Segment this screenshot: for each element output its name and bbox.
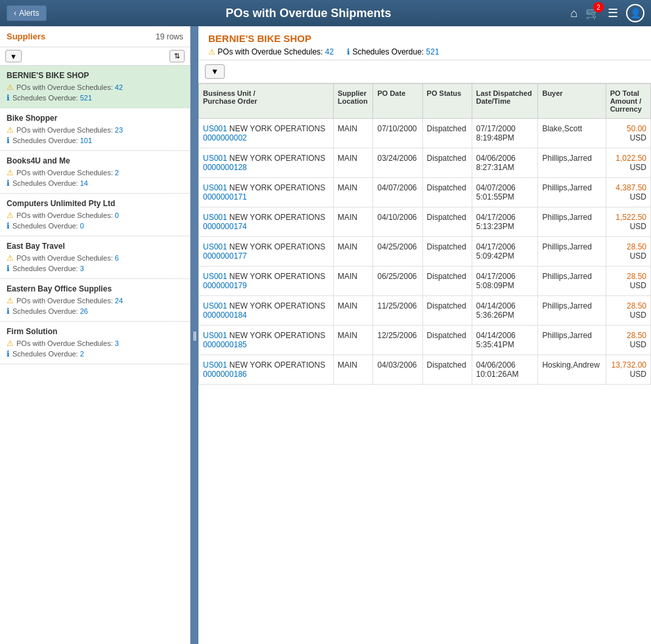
supplier-item[interactable]: BERNIE'S BIKE SHOP ⚠ POs with Overdue Sc…: [0, 66, 190, 108]
supplier-schedules-stat: ℹ Schedules Overdue: 2: [7, 349, 183, 358]
sidebar-row-count: 19 rows: [156, 32, 183, 41]
supplier-item[interactable]: Bike Shopper ⚠ POs with Overdue Schedule…: [0, 108, 190, 151]
info-icon: ℹ: [7, 93, 10, 102]
po-number-link[interactable]: 0000000185: [203, 340, 247, 349]
po-number-link[interactable]: 0000000186: [203, 370, 247, 379]
cell-dispatched: 04/17/20065:09:42PM: [472, 237, 538, 267]
table-filter-button[interactable]: ▼: [205, 64, 225, 79]
table-row: US001 NEW YORK OPERATIONS 0000000179 MAI…: [199, 267, 651, 296]
cell-status: Dispatched: [422, 148, 472, 178]
table-row: US001 NEW YORK OPERATIONS 0000000185 MAI…: [199, 326, 651, 355]
supplier-item[interactable]: Computers Unlimited Pty Ltd ⚠ POs with O…: [0, 194, 190, 236]
po-number-link[interactable]: 0000000174: [203, 222, 247, 231]
col-header-amount: PO TotalAmount /Currency: [606, 84, 650, 119]
cell-po-date: 03/24/2006: [373, 148, 422, 178]
cell-status: Dispatched: [422, 207, 472, 237]
cell-dispatched: 04/14/20065:35:41PM: [472, 326, 538, 355]
sidebar-filter-button[interactable]: ▼: [5, 50, 22, 62]
info-icon: ℹ: [7, 349, 10, 358]
po-number-link[interactable]: 0000000177: [203, 251, 247, 261]
bu-link[interactable]: US001: [203, 213, 227, 222]
cell-bu: US001 NEW YORK OPERATIONS 0000000128: [199, 148, 334, 178]
cell-po-date: 04/03/2006: [373, 355, 422, 385]
info-icon: ℹ: [7, 136, 10, 145]
content-header: BERNIE'S BIKE SHOP ⚠ POs with Overdue Sc…: [198, 26, 651, 60]
currency-value: USD: [630, 370, 646, 379]
cell-amount: 4,387.50 USD: [606, 178, 650, 207]
table-row: US001 NEW YORK OPERATIONS 0000000174 MAI…: [199, 207, 651, 237]
cell-amount: 13,732.00 USD: [606, 355, 650, 385]
sidebar-sort-button[interactable]: ⇅: [169, 50, 185, 62]
supplier-item[interactable]: Firm Solution ⚠ POs with Overdue Schedul…: [0, 322, 190, 364]
bu-link[interactable]: US001: [203, 360, 227, 370]
supplier-pos-stat: ⚠ POs with Overdue Schedules: 2: [7, 168, 183, 177]
cell-amount: 28.50 USD: [606, 296, 650, 326]
currency-value: USD: [630, 281, 646, 290]
profile-icon[interactable]: 👤: [626, 4, 644, 22]
currency-value: USD: [630, 340, 646, 349]
po-number-link[interactable]: 0000000179: [203, 281, 247, 290]
currency-value: USD: [630, 163, 646, 172]
supplier-schedules-stat: ℹ Schedules Overdue: 3: [7, 264, 183, 273]
cell-location: MAIN: [333, 355, 373, 385]
cell-bu: US001 NEW YORK OPERATIONS 0000000177: [199, 237, 334, 267]
cart-icon[interactable]: 🛒 2: [585, 6, 600, 20]
supplier-pos-stat: ⚠ POs with Overdue Schedules: 23: [7, 125, 183, 135]
cell-buyer: Phillips,Jarred: [538, 237, 606, 267]
menu-icon[interactable]: ☰: [608, 6, 618, 20]
cell-dispatched: 04/14/20065:36:26PM: [472, 296, 538, 326]
bu-link[interactable]: US001: [203, 242, 227, 251]
cell-dispatched: 04/17/20065:13:23PM: [472, 207, 538, 237]
cell-status: Dispatched: [422, 178, 472, 207]
cart-badge: 2: [593, 2, 604, 12]
supplier-item[interactable]: East Bay Travel ⚠ POs with Overdue Sched…: [0, 236, 190, 279]
cell-amount: 1,522.50 USD: [606, 207, 650, 237]
cell-buyer: Phillips,Jarred: [538, 148, 606, 178]
cell-amount: 1,022.50 USD: [606, 148, 650, 178]
schedules-value[interactable]: 521: [426, 47, 439, 56]
warning-icon: ⚠: [7, 211, 14, 220]
cell-buyer: Phillips,Jarred: [538, 326, 606, 355]
sidebar-header: Suppliers 19 rows: [0, 26, 190, 47]
bu-link[interactable]: US001: [203, 183, 227, 192]
suppliers-sidebar: Suppliers 19 rows ▼ ⇅ BERNIE'S BIKE SHOP…: [0, 26, 191, 644]
col-header-date: PO Date: [373, 84, 422, 119]
cell-dispatched: 04/06/20068:27:31AM: [472, 148, 538, 178]
supplier-item[interactable]: Books4U and Me ⚠ POs with Overdue Schedu…: [0, 151, 190, 194]
po-number-link[interactable]: 0000000171: [203, 192, 247, 202]
amount-value: 28.50: [627, 242, 646, 251]
pos-value[interactable]: 42: [325, 47, 334, 56]
po-number-link[interactable]: 0000000184: [203, 311, 247, 320]
bu-link[interactable]: US001: [203, 272, 227, 281]
cell-po-date: 04/10/2006: [373, 207, 422, 237]
splitter[interactable]: ‖: [191, 26, 198, 644]
bu-link[interactable]: US001: [203, 301, 227, 311]
app-header: ‹ Alerts POs with Overdue Shipments ⌂ 🛒 …: [0, 0, 651, 26]
cell-po-date: 06/25/2006: [373, 267, 422, 296]
home-icon[interactable]: ⌂: [570, 7, 577, 20]
currency-value: USD: [630, 133, 646, 142]
back-button[interactable]: ‹ Alerts: [7, 5, 47, 21]
cell-buyer: Phillips,Jarred: [538, 296, 606, 326]
warning-icon: ⚠: [7, 339, 14, 348]
po-number-link[interactable]: 0000000002: [203, 133, 247, 142]
cell-dispatched: 04/17/20065:08:09PM: [472, 267, 538, 296]
cell-bu: US001 NEW YORK OPERATIONS 0000000186: [199, 355, 334, 385]
bu-desc: NEW YORK OPERATIONS: [229, 124, 325, 133]
currency-value: USD: [630, 192, 646, 202]
content-supplier-name: BERNIE'S BIKE SHOP: [208, 33, 641, 44]
supplier-item[interactable]: Eastern Bay Office Supplies ⚠ POs with O…: [0, 279, 190, 322]
bu-link[interactable]: US001: [203, 154, 227, 163]
bu-link[interactable]: US001: [203, 124, 227, 133]
bu-link[interactable]: US001: [203, 331, 227, 340]
po-number-link[interactable]: 0000000128: [203, 163, 247, 172]
cell-po-date: 12/25/2006: [373, 326, 422, 355]
currency-value: USD: [630, 311, 646, 320]
header-icons: ⌂ 🛒 2 ☰ 👤: [570, 4, 644, 22]
suppliers-list: BERNIE'S BIKE SHOP ⚠ POs with Overdue Sc…: [0, 66, 190, 644]
info-icon: ℹ: [7, 221, 10, 230]
cell-buyer: Phillips,Jarred: [538, 178, 606, 207]
info-icon: ℹ: [7, 264, 10, 273]
currency-value: USD: [630, 251, 646, 261]
cell-dispatched: 07/17/20008:19:48PM: [472, 119, 538, 148]
